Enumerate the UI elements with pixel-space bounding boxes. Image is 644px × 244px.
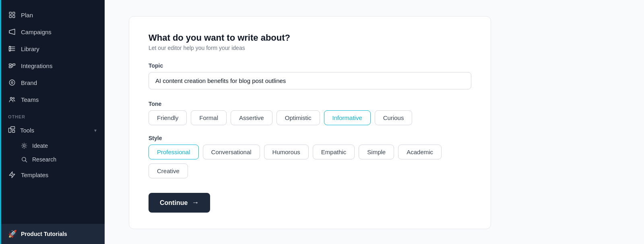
library-icon (8, 45, 16, 53)
svg-rect-1 (13, 12, 15, 14)
sidebar-item-ideate-label: Ideate (32, 143, 48, 149)
continue-button[interactable]: Continue → (149, 193, 210, 213)
write-card: What do you want to write about? Let our… (129, 16, 491, 229)
sidebar-item-plan-label: Plan (21, 12, 33, 19)
style-chip-humorous[interactable]: Humorous (264, 145, 309, 159)
svg-rect-3 (13, 16, 15, 18)
svg-line-30 (25, 161, 27, 162)
tools-chevron-icon: ▾ (94, 128, 97, 133)
sidebar-item-templates[interactable]: Templates (0, 166, 105, 183)
topic-input[interactable] (149, 72, 471, 89)
continue-label: Continue (160, 199, 188, 207)
sidebar-item-ideate[interactable]: Ideate (0, 139, 105, 153)
style-chips-row: ProfessionalConversationalHumorousEmpath… (149, 145, 471, 178)
brand-icon (8, 79, 16, 87)
svg-point-15 (10, 97, 12, 99)
svg-point-13 (9, 80, 15, 85)
sidebar-nav: Plan Campaigns Library Integrations (0, 0, 105, 224)
tone-chip-friendly[interactable]: Friendly (149, 110, 187, 125)
svg-marker-4 (9, 29, 15, 35)
topic-label: Topic (149, 62, 471, 69)
sidebar-item-research-label: Research (32, 156, 56, 163)
card-subtitle: Let our editor help you form your ideas (149, 45, 471, 51)
main-content: What do you want to write about? Let our… (105, 0, 644, 244)
style-chip-professional[interactable]: Professional (149, 145, 199, 159)
tutorials-label: Product Tutorials (21, 231, 67, 237)
tone-chip-informative[interactable]: Informative (324, 110, 371, 125)
tools-left: Tools (8, 126, 34, 134)
card-title: What do you want to write about? (149, 33, 471, 43)
sidebar-item-teams[interactable]: Teams (0, 91, 105, 108)
style-chip-creative[interactable]: Creative (149, 163, 188, 178)
svg-rect-18 (11, 127, 15, 129)
sidebar-item-campaigns-label: Campaigns (21, 29, 52, 35)
svg-line-28 (26, 144, 26, 144)
tutorials-emoji: 🚀 (8, 230, 17, 238)
sidebar-item-research[interactable]: Research (0, 153, 105, 166)
svg-point-14 (11, 82, 13, 84)
svg-point-16 (13, 97, 14, 99)
sidebar-item-integrations-label: Integrations (21, 62, 52, 69)
sidebar-item-library-label: Library (21, 45, 39, 52)
style-chip-academic[interactable]: Academic (398, 145, 442, 159)
sidebar-active-indicator (0, 0, 1, 244)
tone-chip-formal[interactable]: Formal (191, 110, 227, 125)
sidebar-item-integrations[interactable]: Integrations (0, 57, 105, 74)
tone-chip-assertive[interactable]: Assertive (231, 110, 272, 125)
tools-label: Tools (20, 127, 34, 134)
style-section: Style ProfessionalConversationalHumorous… (149, 135, 471, 178)
tools-icon (8, 126, 15, 134)
svg-rect-7 (9, 64, 12, 66)
campaigns-icon (8, 28, 16, 36)
style-chip-empathic[interactable]: Empathic (313, 145, 355, 159)
style-label: Style (149, 135, 471, 141)
continue-arrow-icon: → (192, 199, 199, 207)
sidebar-item-campaigns[interactable]: Campaigns (0, 23, 105, 40)
svg-line-25 (22, 144, 23, 144)
sidebar-item-brand[interactable]: Brand (0, 74, 105, 91)
sidebar-section-other: OTHER (0, 108, 105, 122)
svg-rect-19 (12, 130, 15, 132)
svg-point-20 (23, 145, 25, 147)
sidebar-item-tools[interactable]: Tools ▾ (0, 122, 105, 139)
tone-section: Tone FriendlyFormalAssertiveOptimisticIn… (149, 101, 471, 125)
svg-line-26 (26, 147, 26, 148)
plan-icon (8, 11, 16, 19)
style-chip-conversational[interactable]: Conversational (203, 145, 260, 159)
sidebar-item-teams-label: Teams (21, 96, 39, 103)
svg-rect-2 (9, 16, 11, 18)
integrations-icon (8, 62, 16, 70)
tone-chip-optimistic[interactable]: Optimistic (277, 110, 320, 125)
svg-rect-0 (9, 12, 11, 14)
svg-rect-8 (13, 64, 15, 66)
sidebar-bottom-tutorials[interactable]: 🚀 Product Tutorials (0, 224, 105, 244)
style-chip-simple[interactable]: Simple (359, 145, 394, 159)
sidebar-item-plan[interactable]: Plan (0, 6, 105, 23)
sidebar: Plan Campaigns Library Integrations (0, 0, 105, 244)
tone-chips-row: FriendlyFormalAssertiveOptimisticInforma… (149, 110, 471, 125)
sidebar-item-templates-label: Templates (21, 172, 48, 178)
tone-label: Tone (149, 101, 471, 107)
svg-rect-9 (9, 66, 12, 68)
templates-icon (8, 171, 16, 179)
svg-line-27 (22, 147, 23, 148)
sidebar-item-library[interactable]: Library (0, 40, 105, 57)
tone-chip-curious[interactable]: Curious (375, 110, 413, 125)
sidebar-item-brand-label: Brand (21, 79, 37, 86)
teams-icon (8, 95, 16, 103)
